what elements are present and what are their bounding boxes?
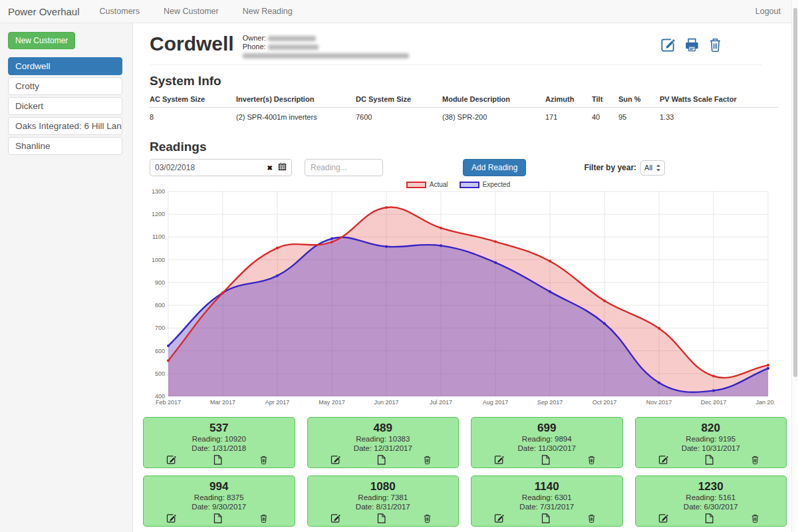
scrollbar[interactable] bbox=[791, 0, 798, 532]
svg-text:Feb 2017: Feb 2017 bbox=[156, 399, 181, 406]
card-actions bbox=[144, 453, 295, 467]
select-arrows-icon bbox=[656, 164, 661, 172]
sidebar-item-cordwell[interactable]: Cordwell bbox=[8, 57, 122, 75]
brand-link[interactable]: Power Overhaul bbox=[8, 6, 80, 17]
calendar-icon[interactable] bbox=[278, 162, 287, 174]
reading-meter-value: Reading: 8375 bbox=[144, 493, 295, 502]
sidebar-item-shanline[interactable]: Shanline bbox=[8, 137, 122, 155]
table-cell: (38) SPR-200 bbox=[442, 108, 545, 126]
trash-icon[interactable] bbox=[587, 455, 596, 467]
reading-meter-value: Reading: 10383 bbox=[308, 434, 459, 444]
svg-text:1000: 1000 bbox=[152, 257, 165, 263]
sidebar-item-dickert[interactable]: Dickert bbox=[8, 97, 122, 115]
reading-kwh-value: 537 bbox=[144, 422, 295, 434]
column-header: Module Description bbox=[442, 92, 545, 108]
system-info-table: AC System SizeInverter(s) DescriptionDC … bbox=[150, 92, 778, 126]
sidebar: New Customer CordwellCrottyDickertOaks I… bbox=[0, 23, 133, 532]
reading-card: 537Reading: 10920Date: 1/31/2018 bbox=[143, 417, 295, 468]
table-cell: 171 bbox=[545, 108, 592, 126]
column-header: Tilt bbox=[592, 92, 618, 108]
reading-card: 820Reading: 9195Date: 10/31/2017 bbox=[635, 417, 787, 468]
readings-title: Readings bbox=[150, 140, 791, 154]
reading-meter-value: Reading: 5161 bbox=[636, 493, 787, 502]
trash-icon[interactable] bbox=[751, 513, 759, 526]
svg-text:Sep 2017: Sep 2017 bbox=[537, 399, 563, 406]
filter-group: Filter by year: All bbox=[584, 160, 665, 176]
reading-date: Date: 6/30/2017 bbox=[636, 502, 787, 511]
edit-icon[interactable] bbox=[331, 455, 340, 467]
file-icon[interactable] bbox=[213, 513, 222, 526]
clear-icon[interactable]: ✖ bbox=[267, 164, 273, 172]
trash-icon[interactable] bbox=[708, 37, 722, 55]
readings-chart: 4005006007008009001000110012001300Feb 20… bbox=[150, 189, 775, 408]
reading-kwh-value: 1080 bbox=[308, 480, 459, 493]
header-divider bbox=[150, 65, 762, 65]
reading-card: 1230Reading: 5161Date: 6/30/2017 bbox=[635, 475, 787, 527]
nav-link-new-customer[interactable]: New Customer bbox=[164, 7, 219, 16]
logout-link[interactable]: Logout bbox=[755, 7, 781, 16]
edit-icon[interactable] bbox=[660, 37, 676, 55]
new-customer-button[interactable]: New Customer bbox=[8, 32, 75, 49]
column-header: Inverter(s) Description bbox=[236, 92, 356, 108]
print-icon[interactable] bbox=[684, 37, 700, 55]
edit-icon[interactable] bbox=[331, 513, 340, 526]
file-icon[interactable] bbox=[377, 513, 386, 526]
reading-meter-value: Reading: 7381 bbox=[308, 493, 459, 502]
edit-icon[interactable] bbox=[166, 513, 176, 526]
file-icon[interactable] bbox=[213, 455, 222, 467]
reading-kwh-value: 820 bbox=[636, 422, 787, 434]
svg-text:Jun 2017: Jun 2017 bbox=[374, 399, 398, 406]
file-icon[interactable] bbox=[541, 513, 550, 526]
file-icon[interactable] bbox=[541, 455, 550, 467]
reading-kwh-value: 1230 bbox=[636, 480, 787, 493]
trash-icon[interactable] bbox=[259, 455, 268, 467]
edit-icon[interactable] bbox=[494, 513, 504, 526]
nav-link-new-reading[interactable]: New Reading bbox=[243, 7, 293, 16]
system-info-title: System Info bbox=[150, 74, 791, 88]
svg-text:1200: 1200 bbox=[152, 211, 165, 217]
owner-label: Owner: bbox=[243, 34, 266, 42]
reading-card: 1080Reading: 7381Date: 8/31/2017 bbox=[307, 475, 460, 527]
trash-icon[interactable] bbox=[259, 513, 268, 526]
chart-legend[interactable]: ActualExpected bbox=[150, 181, 775, 188]
reading-card: 489Reading: 10383Date: 12/31/2017 bbox=[307, 417, 460, 468]
legend-label: Actual bbox=[430, 181, 448, 188]
add-reading-button[interactable]: Add Reading bbox=[463, 159, 526, 176]
trash-icon[interactable] bbox=[587, 513, 596, 526]
table-cell: 8 bbox=[150, 108, 236, 126]
reading-kwh-value: 1140 bbox=[471, 480, 622, 493]
reading-meter-value: Reading: 6301 bbox=[471, 493, 622, 502]
reading-card: 994Reading: 8375Date: 9/30/2017 bbox=[143, 475, 295, 527]
table-cell: (2) SPR-4001m inverters bbox=[236, 108, 356, 126]
page-title: Cordwell bbox=[150, 32, 234, 56]
main-content: Cordwell Owner: Phone: System Info AC Sy… bbox=[134, 23, 791, 532]
card-actions bbox=[144, 511, 295, 526]
edit-icon[interactable] bbox=[494, 455, 504, 467]
sidebar-item-oaks-integrated-6-hill-lane[interactable]: Oaks Integrated: 6 Hill Lane bbox=[8, 117, 122, 135]
file-icon[interactable] bbox=[377, 455, 386, 467]
reading-date: Date: 8/31/2017 bbox=[308, 502, 459, 511]
year-filter-select[interactable]: All bbox=[640, 160, 665, 176]
column-header: DC System Size bbox=[356, 92, 442, 108]
trash-icon[interactable] bbox=[423, 513, 432, 526]
scrollbar-thumb[interactable] bbox=[793, 8, 797, 377]
sidebar-item-crotty[interactable]: Crotty bbox=[8, 77, 122, 95]
customer-list: CordwellCrottyDickertOaks Integrated: 6 … bbox=[8, 57, 122, 155]
trash-icon[interactable] bbox=[751, 455, 759, 467]
svg-text:500: 500 bbox=[155, 370, 165, 377]
nav-links: CustomersNew CustomerNew Reading bbox=[100, 7, 293, 16]
nav-link-customers[interactable]: Customers bbox=[100, 7, 140, 16]
file-icon[interactable] bbox=[705, 513, 714, 526]
card-actions bbox=[636, 453, 787, 467]
edit-icon[interactable] bbox=[658, 513, 668, 526]
edit-icon[interactable] bbox=[658, 455, 668, 467]
reading-input[interactable] bbox=[305, 159, 383, 176]
edit-icon[interactable] bbox=[166, 455, 176, 467]
date-input[interactable]: 03/02/2018 ✖ bbox=[150, 159, 292, 176]
trash-icon[interactable] bbox=[423, 455, 432, 467]
file-icon[interactable] bbox=[705, 455, 714, 467]
legend-swatch-expected[interactable] bbox=[460, 182, 479, 188]
legend-label: Expected bbox=[483, 181, 511, 188]
navbar: Power Overhaul CustomersNew CustomerNew … bbox=[0, 0, 798, 23]
legend-swatch-actual[interactable] bbox=[406, 182, 426, 188]
